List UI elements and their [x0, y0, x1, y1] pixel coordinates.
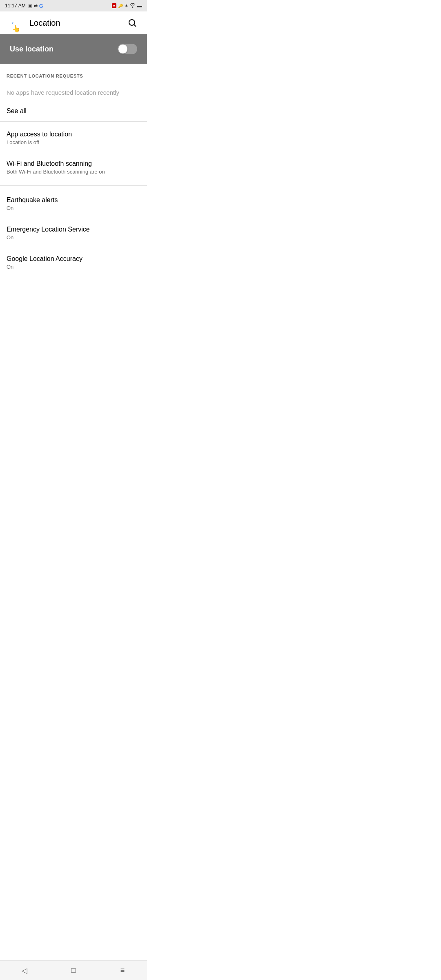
app-bar-left: ← 👆 Location	[7, 15, 60, 31]
wifi-bluetooth-subtitle: Both Wi-Fi and Bluetooth scanning are on	[7, 169, 140, 175]
battery-icon: ▬	[137, 3, 142, 9]
see-all-link[interactable]: See all	[7, 107, 27, 114]
google-icon: G	[39, 3, 43, 9]
emergency-location-subtitle: On	[7, 234, 140, 241]
page-title: Location	[29, 18, 60, 28]
app-access-title: App access to location	[7, 131, 140, 138]
emergency-location-title: Emergency Location Service	[7, 226, 140, 233]
emergency-location-item[interactable]: Emergency Location Service On	[0, 218, 147, 248]
wifi-bluetooth-title: Wi-Fi and Bluetooth scanning	[7, 160, 140, 167]
wifi-icon	[130, 3, 136, 9]
spacer	[0, 277, 147, 297]
record-icon: ●	[112, 3, 116, 8]
app-access-item[interactable]: App access to location Location is off	[0, 123, 147, 153]
google-location-accuracy-subtitle: On	[7, 264, 140, 270]
app-access-subtitle: Location is off	[7, 139, 140, 145]
recent-requests-section: RECENT LOCATION REQUESTS	[0, 64, 147, 82]
status-icons-right: ● 🔑 ✶ ▬	[112, 3, 142, 9]
earthquake-alerts-subtitle: On	[7, 205, 140, 211]
svg-line-1	[134, 25, 136, 27]
svg-point-0	[129, 20, 135, 25]
content-area: RECENT LOCATION REQUESTS No apps have re…	[0, 64, 147, 277]
back-button[interactable]: ← 👆	[7, 15, 23, 31]
route-icon: ⇌	[34, 3, 38, 9]
toggle-knob	[118, 45, 127, 53]
wifi-bluetooth-item[interactable]: Wi-Fi and Bluetooth scanning Both Wi-Fi …	[0, 153, 147, 182]
divider-1	[0, 121, 147, 122]
app-bar: ← 👆 Location	[0, 11, 147, 34]
cursor-icon: 👆	[12, 25, 20, 33]
no-apps-message: No apps have requested location recently	[0, 82, 147, 102]
key-icon: 🔑	[118, 4, 123, 8]
google-location-accuracy-title: Google Location Accuracy	[7, 255, 140, 263]
video-icon: ▣	[28, 3, 32, 9]
search-icon	[127, 18, 137, 28]
use-location-label: Use location	[10, 45, 53, 53]
earthquake-alerts-title: Earthquake alerts	[7, 196, 140, 204]
bluetooth-icon: ✶	[125, 3, 128, 9]
earthquake-alerts-item[interactable]: Earthquake alerts On	[0, 189, 147, 218]
divider-2	[0, 185, 147, 186]
use-location-toggle[interactable]	[118, 44, 137, 54]
see-all-row[interactable]: See all	[0, 102, 147, 120]
recent-requests-title: RECENT LOCATION REQUESTS	[7, 74, 83, 78]
google-location-accuracy-item[interactable]: Google Location Accuracy On	[0, 248, 147, 277]
use-location-banner[interactable]: Use location	[0, 34, 147, 64]
status-time: 11:17 AM	[5, 3, 26, 9]
status-icons-left: ▣ ⇌ G	[28, 3, 43, 9]
status-bar: 11:17 AM ▣ ⇌ G ● 🔑 ✶ ▬	[0, 0, 147, 11]
status-left: 11:17 AM ▣ ⇌ G	[5, 3, 43, 9]
search-button[interactable]	[124, 15, 140, 31]
